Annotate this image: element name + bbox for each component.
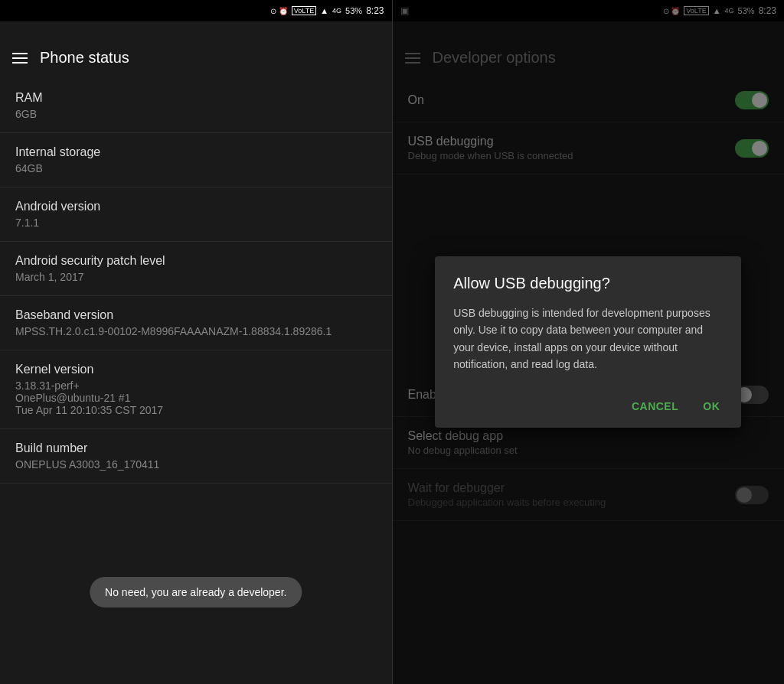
- dialog-actions: CANCEL OK: [453, 388, 723, 419]
- network-icon-left: 4G: [332, 7, 341, 15]
- cancel-button[interactable]: CANCEL: [629, 394, 681, 419]
- dialog-body: USB debugging is intended for developmen…: [453, 305, 723, 373]
- item-value: March 1, 2017: [15, 271, 377, 283]
- item-value: MPSS.TH.2.0.c1.9-00102-M8996FAAAANAZM-1.…: [15, 325, 377, 337]
- list-item: Baseband version MPSS.TH.2.0.c1.9-00102-…: [0, 296, 392, 350]
- time-left: 8:23: [366, 5, 384, 16]
- item-label: RAM: [15, 91, 377, 105]
- status-icons-left: ⊙ ⏰: [270, 7, 288, 15]
- battery-left: 53%: [345, 6, 362, 15]
- ok-button[interactable]: OK: [700, 394, 723, 419]
- item-value: 7.1.1: [15, 217, 377, 229]
- list-item: RAM 6GB: [0, 79, 392, 133]
- dialog-title: Allow USB debugging?: [453, 275, 723, 292]
- toast-message: No need, you are already a developer.: [90, 577, 302, 607]
- list-item: Android security patch level March 1, 20…: [0, 242, 392, 296]
- item-label: Build number: [15, 441, 377, 455]
- item-label: Android security patch level: [15, 254, 377, 268]
- item-label: Internal storage: [15, 145, 377, 159]
- left-panel: ⊙ ⏰ VoLTE ▲ 4G 53% 8:23 Phone status RAM…: [0, 0, 392, 684]
- item-value: 6GB: [15, 108, 377, 120]
- item-label: Kernel version: [15, 363, 377, 376]
- item-label: Baseband version: [15, 308, 377, 322]
- signal-icon-left: ▲: [320, 6, 328, 15]
- list-item[interactable]: Build number ONEPLUS A3003_16_170411: [0, 429, 392, 484]
- item-value: ONEPLUS A3003_16_170411: [15, 458, 377, 471]
- hamburger-menu[interactable]: [12, 53, 28, 64]
- page-title-left: Phone status: [40, 49, 129, 67]
- left-header: Phone status: [0, 21, 392, 79]
- list-item: Kernel version 3.18.31-perf+ OnePlus@ubu…: [0, 350, 392, 429]
- usb-debug-dialog: Allow USB debugging? USB debugging is in…: [435, 256, 741, 428]
- right-panel: ▣ ⊙ ⏰ VoLTE ▲ 4G 53% 8:23 Developer opti…: [393, 0, 785, 684]
- volte-icon-left: VoLTE: [292, 6, 316, 15]
- list-item: Internal storage 64GB: [0, 133, 392, 187]
- item-value: 64GB: [15, 162, 377, 174]
- list-item: Android version 7.1.1: [0, 187, 392, 242]
- item-label: Android version: [15, 200, 377, 213]
- dialog-overlay: Allow USB debugging? USB debugging is in…: [393, 0, 785, 684]
- item-value: 3.18.31-perf+ OnePlus@ubuntu-21 #1 Tue A…: [15, 379, 377, 416]
